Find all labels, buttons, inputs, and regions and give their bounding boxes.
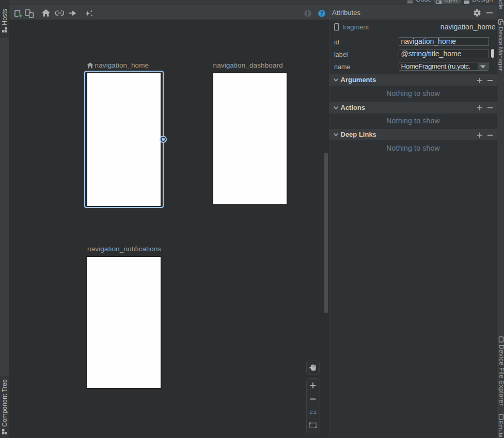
- svg-text:?: ?: [320, 10, 323, 16]
